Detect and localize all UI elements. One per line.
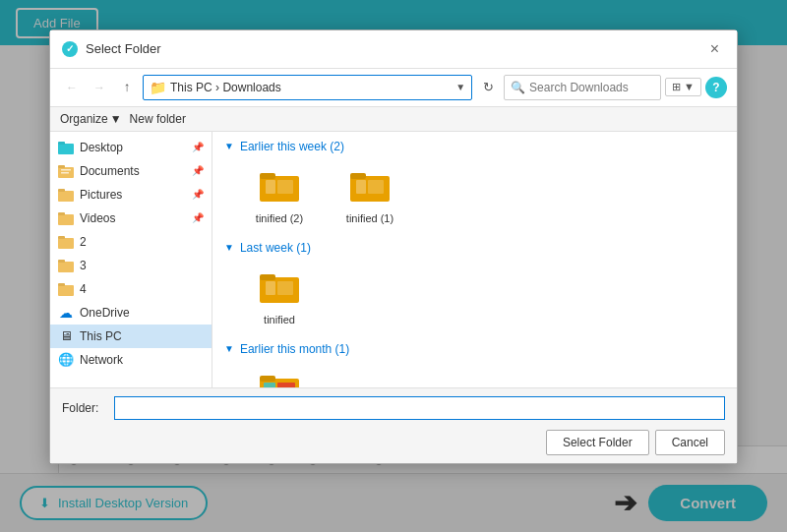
svg-rect-31 (277, 383, 295, 387)
svg-rect-22 (356, 180, 366, 194)
path-thispc: This PC (170, 81, 212, 94)
view-button[interactable]: ⊞ ▼ (665, 78, 701, 96)
nav-item-network[interactable]: 🌐Network (50, 348, 212, 372)
back-button[interactable]: ← (60, 76, 84, 99)
file-item[interactable]: tinified (240, 263, 319, 330)
svg-rect-26 (266, 281, 275, 295)
files-row: Vidmore-0805 (240, 364, 725, 387)
path-folder-icon: 📁 (150, 80, 166, 95)
organize-button[interactable]: Organize ▼ (60, 112, 122, 126)
nav-icon: 🖥 (58, 328, 74, 344)
svg-rect-11 (58, 236, 65, 239)
svg-rect-18 (266, 180, 275, 194)
chevron-icon: ▼ (224, 242, 234, 253)
svg-rect-10 (58, 238, 74, 249)
svg-rect-12 (58, 262, 74, 272)
nav-item-desktop[interactable]: Desktop📌 (50, 136, 212, 159)
nav-item-label: Pictures (80, 188, 186, 202)
nav-item-label: 4 (80, 282, 204, 296)
nav-item-label: Videos (80, 211, 186, 225)
select-folder-button[interactable]: Select Folder (546, 430, 649, 455)
nav-item-label: This PC (80, 329, 204, 343)
date-group-label: Last week (1) (240, 241, 311, 255)
up-button[interactable]: ↑ (115, 76, 139, 99)
new-folder-button[interactable]: New folder (130, 112, 186, 126)
nav-item-pictures[interactable]: Pictures📌 (50, 183, 212, 207)
path-box[interactable]: 📁 This PC › Downloads ▼ (143, 75, 472, 100)
refresh-button[interactable]: ↻ (476, 76, 500, 99)
organize-bar: Organize ▼ New folder (50, 107, 737, 132)
dialog-content: Desktop📌Documents📌Pictures📌Videos📌234☁On… (50, 132, 737, 387)
files-row: tinified (2) tinified (1) (240, 161, 725, 229)
file-name: tinified (2) (256, 212, 303, 224)
dialog-close-button[interactable]: × (704, 38, 725, 60)
nav-item-label: Desktop (80, 141, 186, 154)
help-button[interactable]: ? (705, 77, 727, 98)
folder-input[interactable] (114, 396, 725, 420)
svg-rect-9 (58, 212, 65, 215)
nav-item-2[interactable]: 2 (50, 230, 212, 254)
date-group-header[interactable]: ▼ Last week (1) (224, 241, 725, 255)
svg-rect-5 (61, 172, 69, 174)
dialog-title: Select Folder (86, 41, 696, 56)
svg-rect-7 (58, 189, 65, 192)
nav-item-documents[interactable]: Documents📌 (50, 159, 212, 183)
svg-rect-21 (350, 173, 366, 179)
nav-item-this-pc[interactable]: 🖥This PC (50, 325, 212, 348)
cancel-button[interactable]: Cancel (655, 430, 725, 455)
nav-icon: 🌐 (58, 352, 74, 368)
date-group: ▼ Earlier this month (1) Vidmore-0805 (224, 342, 725, 387)
nav-item-label: OneDrive (80, 306, 204, 320)
nav-item-3[interactable]: 3 (50, 254, 212, 277)
pin-icon: 📌 (192, 142, 204, 152)
file-name: tinified (1) (346, 212, 394, 224)
dialog-titlebar: ✓ Select Folder × (50, 30, 737, 69)
svg-rect-3 (58, 165, 65, 168)
file-item[interactable]: Vidmore-0805 (240, 364, 319, 387)
folder-row: Folder: (62, 396, 725, 420)
date-group-header[interactable]: ▼ Earlier this week (2) (224, 140, 725, 153)
svg-rect-29 (260, 376, 275, 382)
nav-item-videos[interactable]: Videos📌 (50, 207, 212, 230)
pin-icon: 📌 (192, 165, 204, 176)
date-group-header[interactable]: ▼ Earlier this month (1) (224, 342, 725, 356)
path-text: This PC › Downloads (170, 81, 452, 94)
svg-rect-14 (58, 285, 74, 296)
files-panel: ▼ Earlier this week (2) tinified (2) tin… (212, 132, 737, 387)
forward-button[interactable]: → (88, 76, 111, 99)
file-name: tinified (264, 314, 295, 325)
date-group-label: Earlier this week (2) (240, 140, 344, 153)
search-icon: 🔍 (511, 81, 525, 94)
nav-item-label: 2 (80, 235, 204, 249)
path-dropdown-icon[interactable]: ▼ (455, 82, 465, 92)
search-box[interactable]: 🔍 (504, 75, 661, 100)
dialog-title-icon: ✓ (62, 41, 78, 57)
file-item[interactable]: tinified (1) (331, 161, 409, 229)
files-row: tinified (240, 263, 725, 330)
folder-label: Folder: (62, 401, 106, 415)
organize-label: Organize (60, 112, 108, 126)
dialog-footer: Folder: Select Folder Cancel (50, 387, 737, 463)
nav-item-onedrive[interactable]: ☁OneDrive (50, 301, 212, 325)
file-item[interactable]: tinified (2) (240, 161, 319, 229)
organize-chevron: ▼ (110, 112, 122, 126)
svg-rect-8 (58, 214, 74, 225)
svg-rect-19 (277, 180, 293, 194)
nav-icon (58, 234, 74, 250)
file-icon (260, 166, 299, 208)
svg-rect-0 (58, 144, 74, 154)
svg-rect-1 (58, 142, 65, 145)
date-group-label: Earlier this month (1) (240, 342, 349, 356)
svg-rect-6 (58, 191, 74, 202)
chevron-icon: ▼ (224, 343, 234, 354)
nav-item-4[interactable]: 4 (50, 277, 212, 301)
search-input[interactable] (529, 81, 647, 94)
svg-rect-23 (368, 180, 384, 194)
nav-icon: ☁ (58, 305, 74, 321)
nav-icon (58, 210, 74, 226)
nav-icon (58, 258, 74, 273)
dialog-buttons: Select Folder Cancel (62, 430, 725, 455)
svg-rect-30 (264, 383, 275, 387)
svg-rect-4 (61, 169, 71, 171)
nav-item-label: Network (80, 353, 204, 367)
